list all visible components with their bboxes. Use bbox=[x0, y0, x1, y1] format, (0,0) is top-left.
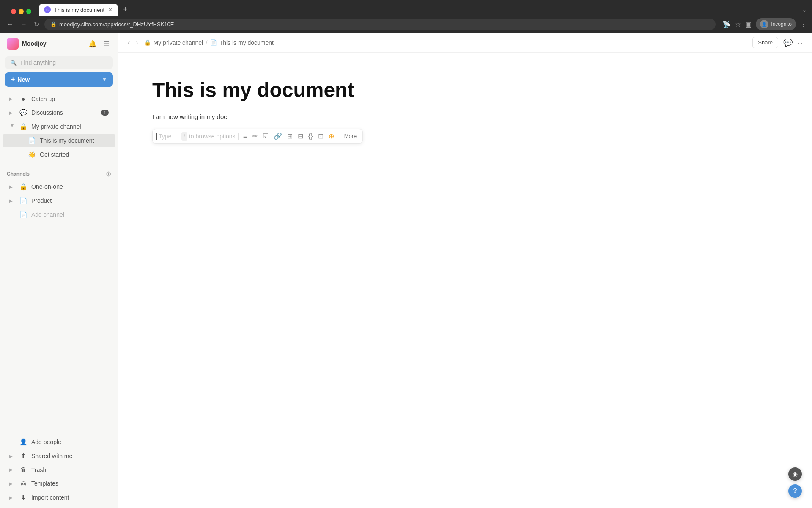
add-channel-icon[interactable]: ⊕ bbox=[106, 170, 111, 178]
toolbar-list-icon[interactable]: ≡ bbox=[241, 131, 249, 141]
discussions-badge: 1 bbox=[101, 110, 109, 116]
tab-title: This is my document bbox=[54, 7, 104, 13]
doc-title[interactable]: This is my document bbox=[152, 78, 778, 102]
toolbar-pen-icon[interactable]: ✏ bbox=[250, 131, 260, 141]
breadcrumb-channel[interactable]: 🔒 My private channel bbox=[144, 39, 203, 46]
workspace-name: Moodjoy bbox=[22, 40, 83, 47]
search-placeholder-text: Find anything bbox=[20, 59, 56, 66]
toolbar-code-icon[interactable]: {} bbox=[306, 131, 315, 141]
add-channel-label: Add channel bbox=[31, 211, 109, 218]
toolbar-block-icon[interactable]: ⊡ bbox=[316, 131, 326, 141]
sidebar-item-this-is-my-document[interactable]: 📄 This is my document bbox=[3, 134, 115, 147]
breadcrumb-doc-icon: 📄 bbox=[210, 39, 217, 46]
add-people-icon: 👤 bbox=[19, 438, 27, 446]
main-content: ‹ › 🔒 My private channel / 📄 This is my … bbox=[118, 33, 812, 508]
templates-label: Templates bbox=[31, 480, 109, 487]
forward-button[interactable]: → bbox=[19, 19, 29, 30]
sidebar-item-my-private-channel[interactable]: ▶ 🔒 My private channel bbox=[3, 120, 115, 133]
toolbar-image-icon[interactable]: ⊞ bbox=[285, 131, 295, 141]
expand-icon: ▶ bbox=[9, 495, 15, 500]
new-button-plus-icon: + bbox=[11, 76, 15, 83]
incognito-button[interactable]: 👤 Incognito bbox=[756, 18, 796, 30]
sidebar-collapse-icon[interactable]: ☰ bbox=[102, 38, 111, 50]
toolbar-link-icon[interactable]: 🔗 bbox=[272, 131, 284, 141]
traffic-light-minimize[interactable] bbox=[19, 9, 24, 14]
tab-strip-expand[interactable]: ⌄ bbox=[802, 6, 807, 16]
sidebar-item-templates[interactable]: ▶ ◎ Templates bbox=[3, 477, 115, 490]
ssl-lock-icon: 🔒 bbox=[50, 21, 57, 27]
expand-icon: ▶ bbox=[9, 110, 15, 115]
toolbar-checkbox-icon[interactable]: ☑ bbox=[261, 131, 271, 141]
sidebar-item-import-content[interactable]: ▶ ⬇ Import content bbox=[3, 491, 115, 504]
toolbar-slash: / bbox=[181, 132, 187, 141]
catch-up-label: Catch up bbox=[31, 96, 109, 102]
new-tab-button[interactable]: + bbox=[120, 3, 131, 16]
notification-icon[interactable]: 🔔 bbox=[87, 38, 99, 50]
sidebar-item-shared-with-me[interactable]: ▶ ⬆ Shared with me bbox=[3, 449, 115, 463]
doc-content: This is my document I am now writing in … bbox=[118, 53, 812, 508]
expand-icon: ▶ bbox=[9, 481, 15, 486]
search-bar[interactable]: 🔍 Find anything bbox=[5, 56, 113, 69]
new-button[interactable]: + New ▼ bbox=[5, 72, 113, 87]
breadcrumb-doc[interactable]: 📄 This is my document bbox=[210, 39, 274, 46]
expand-icon: ▶ bbox=[9, 454, 15, 458]
more-options-icon[interactable]: ⋯ bbox=[798, 38, 805, 47]
doc-header: ‹ › 🔒 My private channel / 📄 This is my … bbox=[118, 33, 812, 53]
add-people-label: Add people bbox=[31, 439, 109, 445]
new-button-label: New bbox=[17, 76, 102, 83]
toolbar-type-hint: Type bbox=[159, 133, 180, 140]
traffic-light-maximize[interactable] bbox=[26, 9, 31, 14]
browser-menu-icon[interactable]: ⋮ bbox=[800, 20, 807, 28]
comment-icon[interactable]: 💬 bbox=[783, 38, 793, 47]
toolbar-divider bbox=[238, 133, 239, 140]
tab-close-button[interactable]: ✕ bbox=[108, 6, 113, 13]
sidebar-item-catch-up[interactable]: ▶ ● Catch up bbox=[3, 92, 115, 105]
floating-help-button[interactable]: ? bbox=[788, 484, 802, 498]
toolbar-divider-2 bbox=[339, 133, 339, 140]
floating-chat-button[interactable]: ◉ bbox=[788, 467, 802, 481]
tab-favicon: S bbox=[44, 6, 51, 13]
doc-body-text[interactable]: I am now writing in my doc bbox=[152, 112, 778, 122]
cursor-caret bbox=[156, 133, 157, 140]
share-button[interactable]: Share bbox=[752, 37, 778, 48]
address-bar[interactable]: 🔒 moodjoy.slite.com/app/docs/r_DHzUYfHSK… bbox=[44, 19, 716, 30]
one-on-one-lock-icon: 🔒 bbox=[19, 183, 27, 190]
get-started-label: Get started bbox=[40, 151, 109, 158]
toolbar-ai-icon[interactable]: ⊕ bbox=[326, 131, 336, 141]
import-icon: ⬇ bbox=[19, 494, 27, 501]
sidebar-item-product[interactable]: ▶ 📄 Product bbox=[3, 194, 115, 207]
breadcrumb-channel-label: My private channel bbox=[154, 39, 203, 46]
sidebar-item-add-people[interactable]: 👤 Add people bbox=[3, 435, 115, 449]
shared-with-me-icon: ⬆ bbox=[19, 452, 27, 460]
bookmark-icon[interactable]: ☆ bbox=[735, 20, 741, 28]
product-icon: 📄 bbox=[19, 197, 27, 204]
expand-icon: ▶ bbox=[9, 199, 15, 203]
toolbar-more-label[interactable]: More bbox=[342, 132, 359, 141]
new-button-chevron-icon: ▼ bbox=[102, 77, 107, 83]
document-icon: 📄 bbox=[28, 137, 36, 144]
back-button[interactable]: ← bbox=[5, 19, 15, 30]
sidebar-item-add-channel[interactable]: 📄 Add channel bbox=[3, 208, 115, 221]
browser-tab[interactable]: S This is my document ✕ bbox=[39, 4, 118, 16]
channels-section-title: Channels bbox=[7, 171, 102, 177]
reload-button[interactable]: ↻ bbox=[32, 19, 41, 30]
add-channel-doc-icon: 📄 bbox=[19, 211, 27, 218]
doc-nav-forward-button[interactable]: › bbox=[133, 37, 140, 48]
sidebar-item-one-on-one[interactable]: ▶ 🔒 One-on-one bbox=[3, 180, 115, 193]
trash-icon: 🗑 bbox=[19, 466, 27, 473]
doc-nav-back-button[interactable]: ‹ bbox=[125, 37, 132, 48]
discussions-label: Discussions bbox=[31, 109, 97, 116]
split-view-icon[interactable]: ▣ bbox=[745, 20, 752, 28]
breadcrumb-lock-icon: 🔒 bbox=[144, 39, 151, 46]
traffic-light-close[interactable] bbox=[11, 9, 16, 14]
sidebar-nav: ▶ ● Catch up ▶ 💬 Discussions 1 ▶ 🔒 My pr… bbox=[0, 92, 118, 431]
get-started-icon: 👋 bbox=[28, 151, 36, 158]
sidebar-item-discussions[interactable]: ▶ 💬 Discussions 1 bbox=[3, 106, 115, 119]
expand-icon: ▶ bbox=[9, 97, 15, 101]
sidebar-item-trash[interactable]: ▶ 🗑 Trash bbox=[3, 463, 115, 476]
trash-label: Trash bbox=[31, 467, 109, 473]
toolbar-table-icon[interactable]: ⊟ bbox=[296, 131, 305, 141]
cast-icon[interactable]: 📡 bbox=[722, 20, 731, 28]
sidebar-item-get-started[interactable]: 👋 Get started bbox=[3, 148, 115, 161]
breadcrumb: 🔒 My private channel / 📄 This is my docu… bbox=[144, 39, 749, 47]
